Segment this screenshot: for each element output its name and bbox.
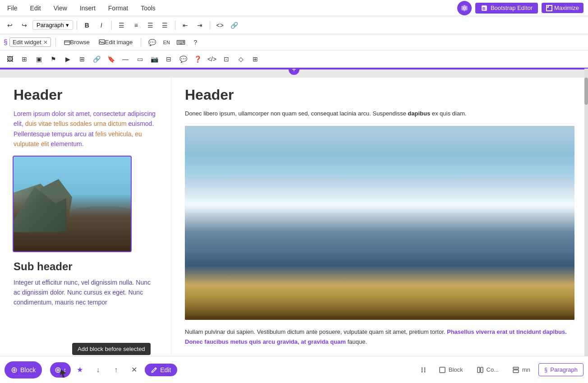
- column-tab[interactable]: Co...: [471, 364, 504, 376]
- svg-rect-33: [481, 367, 483, 373]
- insert-columns-button[interactable]: ⊞: [249, 53, 262, 65]
- insert-gallery-button[interactable]: ⊞: [18, 53, 31, 65]
- paragraph-style-select[interactable]: Paragraph ▾: [32, 20, 73, 30]
- delete-button[interactable]: ✕: [125, 361, 143, 379]
- insert-image-button[interactable]: 🖼: [4, 53, 16, 65]
- scrollbar[interactable]: [584, 69, 588, 356]
- right-header: Header: [185, 87, 574, 103]
- svg-marker-21: [235, 190, 347, 266]
- indent-button[interactable]: ⇥: [193, 19, 206, 32]
- align-justify-button[interactable]: ☰: [159, 19, 171, 32]
- translate-button[interactable]: EN: [160, 36, 173, 49]
- insert-hr-button[interactable]: —: [119, 53, 132, 65]
- menu-file[interactable]: File: [5, 3, 20, 14]
- left-link-2[interactable]: tempus: [52, 130, 73, 138]
- align-right-button[interactable]: ☰: [144, 19, 157, 32]
- redo-button[interactable]: ↪: [18, 19, 31, 32]
- editor-scroll-area[interactable]: + Header Lorem ipsum dolor sit amet, con…: [0, 69, 588, 356]
- edit-image-label: Edit image: [105, 39, 133, 46]
- keyboard-button[interactable]: ⌨: [175, 36, 187, 49]
- undo-button[interactable]: ↩: [4, 19, 16, 32]
- svg-marker-24: [60, 369, 66, 378]
- left-sub-text: Integer ut efficitur nunc, vel dignissim…: [14, 277, 157, 308]
- svg-rect-35: [513, 370, 519, 373]
- insert-faq-button[interactable]: ❓: [191, 53, 204, 65]
- insert-bookmark-button[interactable]: 🔖: [105, 53, 117, 65]
- browse-button[interactable]: Browse: [60, 36, 93, 49]
- link-button[interactable]: 🔗: [228, 19, 241, 32]
- widget-toolbar: § Edit widget ✕ Browse Edit image 💬 EN ⌨…: [0, 34, 588, 51]
- add-row-bar: +: [0, 69, 588, 78]
- formatting-toolbar: ↩ ↪ Paragraph ▾ B I ☰ ≡ ☰ ☰ ⇤ ⇥ <> 🔗: [0, 16, 588, 34]
- bold-button[interactable]: B: [81, 19, 93, 32]
- svg-marker-22: [273, 190, 299, 209]
- right-image[interactable]: [185, 126, 574, 320]
- svg-point-14: [463, 136, 534, 158]
- italic-button[interactable]: I: [95, 19, 108, 32]
- insert-media-button[interactable]: ▣: [32, 53, 45, 65]
- menu-format[interactable]: Format: [106, 3, 131, 14]
- favorite-button[interactable]: ★: [71, 361, 89, 379]
- menu-tools[interactable]: Tools: [138, 3, 158, 14]
- section-icon: §: [4, 38, 8, 46]
- maximize-label: Maximize: [554, 5, 579, 11]
- add-row-button[interactable]: +: [289, 69, 299, 75]
- menu-right: B Bootstrap Editor Maximize: [457, 1, 583, 15]
- block-type-tabs: Block Co... mn § Paragraph: [416, 363, 583, 376]
- maximize-button[interactable]: Maximize: [542, 3, 583, 13]
- comment-button[interactable]: 💬: [146, 36, 158, 49]
- insert-flag-button[interactable]: ⚑: [47, 53, 60, 65]
- edit-image-button[interactable]: Edit image: [95, 36, 136, 49]
- left-link-3[interactable]: felis vehicula, eu vulputate elit: [14, 130, 142, 148]
- scrollbar-thumb[interactable]: [584, 78, 588, 105]
- menu-insert[interactable]: Insert: [77, 3, 98, 14]
- align-left-button[interactable]: ☰: [115, 19, 128, 32]
- move-handle[interactable]: [416, 365, 431, 375]
- edit-button[interactable]: Edit: [145, 364, 177, 376]
- right-body-text-1: Donec libero ipsum, ullamcorper non quam…: [185, 109, 574, 119]
- outdent-button[interactable]: ⇤: [179, 19, 192, 32]
- bootstrap-label: Bootstrap Editor: [491, 5, 533, 11]
- bootstrap-editor-button[interactable]: B Bootstrap Editor: [475, 3, 538, 14]
- block-tab[interactable]: Block: [433, 364, 469, 376]
- insert-table-button[interactable]: ⊞: [76, 53, 88, 65]
- left-image[interactable]: [14, 157, 131, 251]
- browse-icon: [64, 39, 70, 46]
- divider-4: [210, 21, 210, 30]
- move-up-button[interactable]: ↑: [107, 361, 125, 379]
- help-button[interactable]: ?: [189, 36, 202, 49]
- paragraph-style-label: Paragraph: [37, 22, 64, 28]
- add-block-button[interactable]: ⊕ Block: [5, 361, 42, 378]
- menu-view[interactable]: View: [51, 3, 70, 14]
- insert-toolbar: 🖼 ⊞ ▣ ⚑ ▶ ⊞ 🔗 🔖 — ▭ 📷 ⊟ 💬 ❓ </> ⊡ ◇ ⊞: [0, 51, 588, 69]
- insert-divider-button[interactable]: ⊟: [162, 53, 175, 65]
- svg-rect-10: [185, 126, 574, 320]
- svg-marker-20: [493, 175, 534, 200]
- insert-code-button[interactable]: ◇: [234, 53, 247, 65]
- insert-link-button[interactable]: 🔗: [90, 53, 103, 65]
- menu-edit[interactable]: Edit: [28, 3, 44, 14]
- insert-quote-button[interactable]: 💬: [177, 53, 189, 65]
- mountain-image-svg: [185, 126, 574, 320]
- move-down-button[interactable]: ↓: [89, 361, 107, 379]
- left-link-1[interactable]: duis vitae tellus sodales urna dictum: [25, 120, 127, 127]
- paragraph-tab[interactable]: § Paragraph: [538, 363, 583, 376]
- svg-point-29: [421, 371, 423, 372]
- insert-video-button[interactable]: ▶: [61, 53, 74, 65]
- svg-point-12: [266, 129, 327, 150]
- svg-point-28: [424, 369, 425, 370]
- template-tab[interactable]: mn: [507, 364, 536, 376]
- align-center-button[interactable]: ≡: [130, 19, 142, 32]
- insert-html-button[interactable]: </>: [206, 53, 218, 65]
- insert-widget-button[interactable]: ⊡: [220, 53, 233, 65]
- insert-photo-button[interactable]: 📷: [148, 53, 161, 65]
- section-icon-2: §: [544, 366, 547, 373]
- insert-input-button[interactable]: ▭: [133, 53, 146, 65]
- settings-button[interactable]: [457, 1, 472, 15]
- widget-close-button[interactable]: ✕: [43, 39, 48, 46]
- svg-point-30: [424, 371, 425, 372]
- two-column-layout: Header Lorem ipsum dolor sit amet, conse…: [0, 78, 588, 356]
- widget-separator-2: [141, 38, 141, 47]
- left-header: Header: [14, 87, 157, 103]
- code-button[interactable]: <>: [214, 19, 226, 32]
